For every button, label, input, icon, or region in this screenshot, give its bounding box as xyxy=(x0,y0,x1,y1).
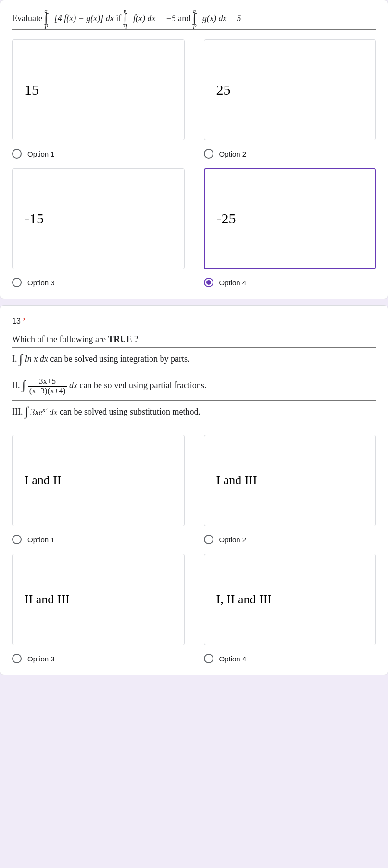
s3-integral: ∫ 3xex² dx xyxy=(25,407,58,417)
option-cell-13-3: II and III Option 3 xyxy=(12,554,185,663)
option-value: I and II xyxy=(25,473,62,488)
option-value: I, II and III xyxy=(216,592,272,607)
condition-1: ∫qpf(x) dx = −5 xyxy=(124,13,178,23)
radio-label: Option 2 xyxy=(219,536,247,544)
option-box-13-4[interactable]: I, II and III xyxy=(204,554,376,645)
radio-icon xyxy=(12,278,22,287)
option-box-12-3[interactable]: -15 xyxy=(12,168,185,269)
radio-icon xyxy=(12,654,22,663)
options-grid-13: I and II Option 1 I and III Option 2 II … xyxy=(12,435,376,663)
qnum-text: 13 xyxy=(12,317,21,325)
prompt-text: Which of the following are TRUE ? xyxy=(12,334,138,344)
radio-12-3[interactable]: Option 3 xyxy=(12,278,185,287)
question-12-prompt: Evaluate ∫pq[4 f(x) − g(x)] dx if ∫qpf(x… xyxy=(12,12,376,29)
radio-label: Option 4 xyxy=(219,655,247,663)
s3-prefix: III. xyxy=(12,407,25,417)
radio-icon xyxy=(12,149,22,159)
radio-13-4[interactable]: Option 4 xyxy=(204,654,376,663)
s1-suffix: can be solved using integration by parts… xyxy=(50,354,189,364)
required-marker: * xyxy=(23,317,25,325)
radio-label: Option 2 xyxy=(219,150,247,158)
radio-icon xyxy=(12,535,22,544)
radio-icon xyxy=(204,654,213,663)
radio-label: Option 1 xyxy=(27,150,55,158)
radio-12-1[interactable]: Option 1 xyxy=(12,149,185,159)
question-card-12: Evaluate ∫pq[4 f(x) − g(x)] dx if ∫qpf(x… xyxy=(0,0,388,299)
statement-1: I. ∫ ln x dx can be solved using integra… xyxy=(12,348,376,372)
divider xyxy=(12,29,376,30)
s2-integral: ∫ 3x+5 (x−3)(x+4) dx xyxy=(22,380,79,390)
option-cell-12-4: -25 Option 4 xyxy=(204,168,376,287)
s2-prefix: II. xyxy=(12,380,22,390)
radio-icon xyxy=(204,535,213,544)
option-box-13-1[interactable]: I and II xyxy=(12,435,185,526)
radio-icon xyxy=(204,149,213,159)
question-number: 13 * xyxy=(12,317,376,326)
frac-num: 3x+5 xyxy=(28,377,67,387)
question-card-13: 13 * Which of the following are TRUE ? I… xyxy=(0,305,388,675)
options-grid-12: 15 Option 1 25 Option 2 -15 Optio xyxy=(12,39,376,287)
option-box-13-3[interactable]: II and III xyxy=(12,554,185,645)
prompt-if: if xyxy=(116,13,124,23)
question-13-prompt: Which of the following are TRUE ? xyxy=(12,334,376,347)
integral-expression: ∫pq[4 f(x) − g(x)] dx xyxy=(44,13,116,23)
option-cell-12-2: 25 Option 2 xyxy=(204,39,376,159)
radio-label: Option 3 xyxy=(27,279,55,287)
divider xyxy=(12,425,376,425)
radio-12-2[interactable]: Option 2 xyxy=(204,149,376,159)
option-box-12-2[interactable]: 25 xyxy=(204,39,376,140)
radio-13-2[interactable]: Option 2 xyxy=(204,535,376,544)
radio-12-4[interactable]: Option 4 xyxy=(204,278,376,287)
s3-suffix: can be solved using substitution method. xyxy=(60,407,200,417)
radio-label: Option 1 xyxy=(27,536,55,544)
option-box-12-4[interactable]: -25 xyxy=(204,168,376,269)
radio-icon xyxy=(204,278,213,287)
radio-13-1[interactable]: Option 1 xyxy=(12,535,185,544)
option-cell-13-2: I and III Option 2 xyxy=(204,435,376,544)
option-value: 15 xyxy=(25,82,39,98)
option-cell-13-4: I, II and III Option 4 xyxy=(204,554,376,663)
option-value: 25 xyxy=(216,82,231,98)
radio-label: Option 3 xyxy=(27,655,55,663)
option-cell-12-1: 15 Option 1 xyxy=(12,39,185,159)
option-value: -15 xyxy=(25,210,44,227)
option-box-12-1[interactable]: 15 xyxy=(12,39,185,140)
option-cell-12-3: -15 Option 3 xyxy=(12,168,185,287)
radio-13-3[interactable]: Option 3 xyxy=(12,654,185,663)
statement-2: II. ∫ 3x+5 (x−3)(x+4) dx can be solved u… xyxy=(12,372,376,400)
condition-2: ∫pqg(x) dx = 5 xyxy=(193,13,241,23)
option-cell-13-1: I and II Option 1 xyxy=(12,435,185,544)
option-value: I and III xyxy=(216,473,257,488)
radio-label: Option 4 xyxy=(219,279,247,287)
s1-integral: ∫ ln x dx xyxy=(19,354,48,364)
prompt-and: and xyxy=(178,13,193,23)
option-value: II and III xyxy=(25,592,70,607)
prompt-text: Evaluate xyxy=(12,13,44,23)
option-box-13-2[interactable]: I and III xyxy=(204,435,376,526)
frac-den: (x−3)(x+4) xyxy=(28,387,67,396)
s1-prefix: I. xyxy=(12,354,19,364)
statement-3: III. ∫ 3xex² dx can be solved using subs… xyxy=(12,401,376,425)
s2-suffix: can be solved using partial fractions. xyxy=(79,380,206,390)
option-value: -25 xyxy=(217,210,236,227)
